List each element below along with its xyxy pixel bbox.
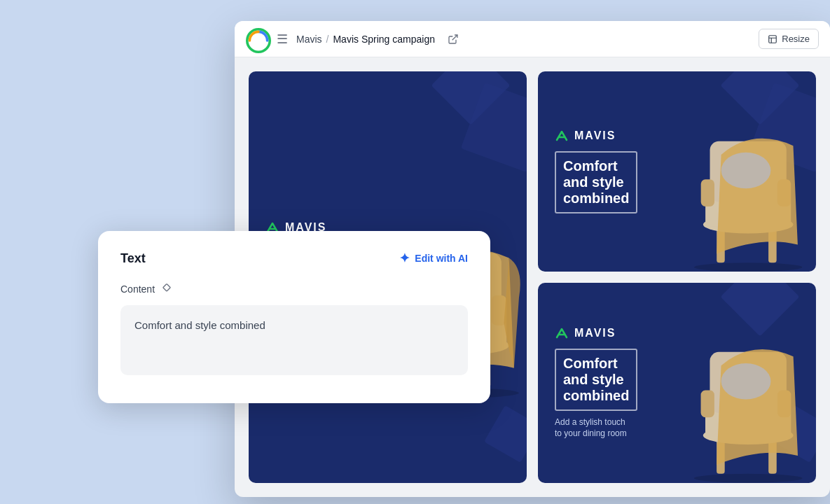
edit-ai-label: Edit with AI [415, 253, 468, 264]
ad-brand-name-br: MAVIS [574, 327, 616, 340]
ad-content-br: MAVIS Comfortand stylecombined Add a sty… [555, 326, 672, 440]
content-label: Content [120, 284, 155, 295]
svg-line-1 [452, 35, 457, 40]
diamond-icon [160, 283, 173, 295]
ad-content-tr: MAVIS Comfortand stylecombined [555, 129, 672, 214]
chair-image-br [673, 302, 816, 483]
edit-with-ai-button[interactable]: ✦ Edit with AI [399, 251, 468, 266]
text-content-input[interactable] [120, 305, 468, 375]
svg-point-12 [694, 262, 802, 272]
text-panel-title: Text [120, 251, 146, 266]
chair-image-tr [673, 92, 816, 272]
mavis-logo-icon-tr [555, 129, 569, 143]
ad-logo-br: MAVIS [555, 326, 672, 340]
app-logo [246, 28, 268, 50]
sparkle-icon: ✦ [399, 251, 410, 266]
breadcrumb-separator: / [326, 34, 329, 45]
svg-point-21 [694, 474, 803, 483]
breadcrumb-root[interactable]: Mavis [296, 34, 322, 45]
svg-point-29 [721, 363, 770, 400]
share-icon[interactable] [448, 34, 459, 45]
resize-label: Resize [782, 34, 810, 44]
ad-headline-br: Comfortand stylecombined [555, 349, 637, 411]
text-panel-header: Text ✦ Edit with AI [120, 251, 468, 266]
ad-logo-tr: MAVIS [555, 129, 672, 143]
ad-headline-tr: Comfortand stylecombined [555, 151, 637, 214]
ad-card-top-right[interactable]: MAVIS Comfortand stylecombined [538, 71, 816, 272]
breadcrumb-current[interactable]: Mavis Spring campaign [333, 34, 435, 45]
ad-brand-name-tr: MAVIS [574, 130, 616, 142]
svg-rect-2 [769, 35, 777, 43]
text-panel: Text ✦ Edit with AI Content [98, 231, 490, 403]
ad-card-bottom-right[interactable]: MAVIS Comfortand stylecombined Add a sty… [538, 283, 816, 483]
svg-rect-27 [700, 391, 714, 418]
content-label-row: Content [120, 283, 468, 295]
hamburger-icon[interactable]: ☰ [277, 31, 288, 47]
svg-point-20 [721, 152, 770, 188]
breadcrumb: Mavis / Mavis Spring campaign [296, 34, 435, 45]
svg-rect-30 [163, 284, 171, 292]
resize-button[interactable]: Resize [759, 29, 819, 49]
mavis-logo-icon-br [555, 326, 569, 340]
svg-rect-18 [700, 179, 714, 206]
ad-subtitle-br: Add a stylish touch to your dining room [555, 416, 672, 440]
titlebar: ☰ Mavis / Mavis Spring campaign Resize [235, 21, 830, 57]
